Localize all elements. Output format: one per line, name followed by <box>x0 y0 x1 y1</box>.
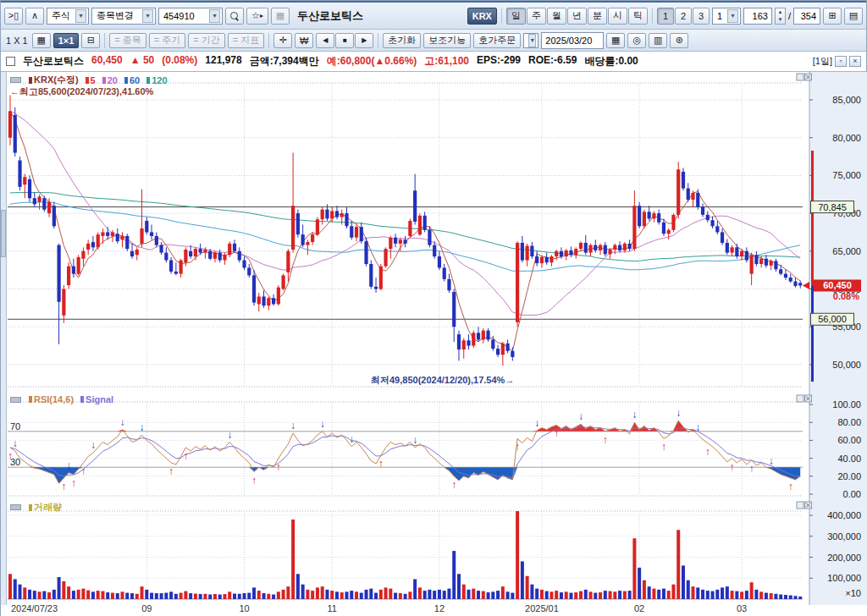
layout-1x1-button[interactable]: 1×1 <box>53 33 80 48</box>
new-window-button[interactable]: ⊞ <box>823 8 842 25</box>
svg-text:↑: ↑ <box>705 446 710 458</box>
info-segment: ▲ 50 <box>130 54 155 69</box>
search-button[interactable] <box>225 8 244 25</box>
svg-text:100.00: 100.00 <box>832 399 861 410</box>
playback-button[interactable]: ▶ <box>355 33 373 48</box>
svg-text:50,000: 50,000 <box>832 360 861 370</box>
period-button-주[interactable]: 주 <box>527 8 546 25</box>
market-depth-icon[interactable]: ▥ <box>649 33 667 48</box>
quote-order-button[interactable]: 호가주문 <box>473 33 521 48</box>
svg-text:↓: ↓ <box>632 409 637 421</box>
svg-text:↑: ↑ <box>749 463 754 475</box>
toolbar-main: >▯ ∧ 주식▾ 종목변경▾ 454910▾ ☆▸ ▦ 두산로보틱스 KRX 일… <box>1 1 866 30</box>
link-button[interactable]: = 주기 <box>149 33 185 48</box>
count-button-1[interactable]: 1 <box>657 8 674 25</box>
panel-drag-handle-icon[interactable] <box>10 504 21 510</box>
link-button[interactable]: = 기간 <box>188 33 224 48</box>
panel-window-icons[interactable] <box>797 502 812 509</box>
svg-text:↑: ↑ <box>661 441 666 453</box>
svg-text:200,000: 200,000 <box>827 553 861 563</box>
period-button-월[interactable]: 월 <box>547 8 566 25</box>
link-button[interactable]: = 종목 <box>109 33 146 48</box>
toolbar-sub: 1 X 1 ▦ 1×1 ⊟ = 종목= 주기= 기간= 지표 ✛ ₩ ◀■▶ 초… <box>1 30 866 52</box>
svg-text:75,000: 75,000 <box>832 170 861 180</box>
period-button-시[interactable]: 시 <box>608 8 627 25</box>
interval-select[interactable]: 1▾ <box>712 8 741 25</box>
svg-text:20.00: 20.00 <box>837 471 861 481</box>
period-button-분[interactable]: 분 <box>588 8 607 25</box>
period-button-년[interactable]: 년 <box>567 8 587 25</box>
playback-button[interactable]: ■ <box>335 33 354 48</box>
legend-item: RSI(14,6) <box>29 394 74 404</box>
calendar-icon[interactable]: ▦ <box>606 33 625 48</box>
aux-function-button[interactable]: 보조기능 <box>423 33 471 48</box>
reset-button[interactable]: 초기화 <box>383 33 421 48</box>
svg-text:↑: ↑ <box>276 461 281 473</box>
bar-count-input[interactable]: 163 <box>743 8 772 25</box>
count-button-3[interactable]: 3 <box>693 8 710 25</box>
info-segment: ROE:-6.59 <box>528 54 577 69</box>
period-button-일[interactable]: 일 <box>506 8 526 25</box>
compare-checkbox[interactable] <box>6 57 15 66</box>
left-splitter[interactable] <box>1 72 7 605</box>
settings-icon[interactable]: ◎ <box>627 33 646 48</box>
close-panel-button[interactable]: × <box>849 56 861 67</box>
panel-window-icons[interactable] <box>797 74 812 80</box>
svg-text:↓: ↓ <box>91 439 96 451</box>
quote-order-select[interactable]: ▾ <box>523 33 538 48</box>
keypad-button[interactable]: ▦ <box>271 8 290 25</box>
won-scale-button[interactable]: ₩ <box>295 33 313 48</box>
svg-text:↓: ↓ <box>227 429 232 441</box>
panel-drag-handle-icon[interactable] <box>10 397 21 403</box>
price-axis[interactable] <box>809 72 867 605</box>
svg-text:↑: ↑ <box>378 458 384 470</box>
panel-drag-handle-icon[interactable] <box>10 77 21 83</box>
stock-title: 두산로보틱스 <box>297 8 363 24</box>
search-icon <box>230 12 239 20</box>
dock-icon[interactable]: >▯ <box>4 8 23 25</box>
link-button[interactable]: = 지표 <box>228 33 264 48</box>
grid-layout-button[interactable]: ▦ <box>32 33 51 48</box>
legend-item: 60 <box>124 74 140 86</box>
period-button-틱[interactable]: 틱 <box>628 8 648 25</box>
panel-window-icons[interactable] <box>797 395 812 402</box>
date-input[interactable]: 2025/03/20 <box>541 32 604 49</box>
svg-text:03: 03 <box>737 603 747 613</box>
svg-text:↓: ↓ <box>578 410 583 422</box>
symbol-change-select[interactable]: 종목변경▾ <box>91 8 156 25</box>
svg-text:↓: ↓ <box>66 459 71 471</box>
low-annotation: 최저49,850(2024/12/20),17.54%→ <box>371 374 514 387</box>
total-bars-input[interactable]: 354 <box>793 8 820 25</box>
asset-type-select[interactable]: 주식▾ <box>47 8 89 25</box>
svg-text:400,000: 400,000 <box>827 510 861 520</box>
legend-swatch-icon <box>29 77 32 84</box>
chevron-down-icon: ▾ <box>142 9 153 23</box>
legend-item: 20 <box>102 74 118 86</box>
legend-swatch-icon <box>102 77 106 84</box>
favorite-button[interactable]: ☆▸ <box>246 8 268 25</box>
grid-split-button[interactable]: ⊟ <box>81 33 100 48</box>
svg-text:2025/01: 2025/01 <box>525 603 559 613</box>
svg-text:80.00: 80.00 <box>837 417 861 427</box>
stock-info-values: 두산로보틱스60,450▲ 50(0.08%)121,978금액:7,394백만… <box>23 54 638 69</box>
svg-text:↑: ↑ <box>451 479 456 491</box>
playback-button[interactable]: ◀ <box>316 33 334 48</box>
chart-count-group: 123 <box>657 8 710 25</box>
link-chart-icon[interactable]: ⊛ <box>670 33 688 48</box>
save-button[interactable]: ▤ <box>844 8 863 25</box>
collapse-button[interactable]: ∧ <box>25 8 44 25</box>
chevron-down-icon: ▾ <box>209 9 220 23</box>
move-tool-button[interactable]: ✛ <box>273 33 292 48</box>
splitter-handle[interactable] <box>1 210 6 257</box>
minimize-panel-button[interactable]: ▫ <box>835 56 847 67</box>
svg-text:↑: ↑ <box>603 434 608 446</box>
bar-count-stepper[interactable]: ▲▼ <box>775 8 786 25</box>
count-button-2[interactable]: 2 <box>675 8 692 25</box>
chart-canvas[interactable]: 85,00080,00075,00070,00065,00060,00055,0… <box>1 72 867 616</box>
svg-text:↑: ↑ <box>251 475 257 487</box>
svg-text:↑: ↑ <box>183 450 188 462</box>
exchange-krx-button[interactable]: KRX <box>467 8 497 25</box>
chart-area[interactable]: 85,00080,00075,00070,00065,00060,00055,0… <box>1 72 867 616</box>
info-segment: 60,450 <box>91 54 123 69</box>
stock-code-input[interactable]: 454910▾ <box>158 8 223 25</box>
